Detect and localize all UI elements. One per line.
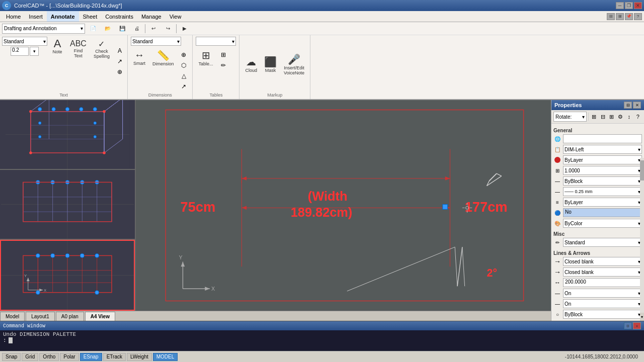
dim-style-combo[interactable]: Standard▾ <box>131 37 181 46</box>
prop-row-on1: — On▾ <box>553 289 642 298</box>
cloud-btn[interactable]: ☁ Cloud <box>243 54 260 74</box>
text-misc-btn2[interactable]: ↗ <box>114 56 125 66</box>
new-file-btn[interactable]: 📄 <box>87 23 100 35</box>
props-float-btn[interactable]: ⊟ <box>624 102 632 109</box>
no-value[interactable]: No <box>563 208 642 217</box>
menu-constraints[interactable]: Constraints <box>101 11 137 22</box>
polar-btn[interactable]: Polar <box>60 353 78 361</box>
text-height-combo[interactable]: ▾ <box>30 47 39 56</box>
floor-plan-panel[interactable]: X Y <box>0 240 135 311</box>
props-tb-btn4[interactable]: ⚙ <box>616 112 624 122</box>
props-tb-btn3[interactable]: ⊞ <box>607 112 615 122</box>
menu-view[interactable]: View <box>166 11 186 22</box>
svg-text:75cm: 75cm <box>181 199 216 215</box>
tab-layout1[interactable]: Layout1 <box>26 312 55 321</box>
ortho-btn[interactable]: Ortho <box>39 353 59 361</box>
3d-view-panel[interactable] <box>0 100 135 170</box>
check-spelling-btn[interactable]: ✓ Check Spelling <box>91 38 112 60</box>
note-btn[interactable]: A Note <box>49 37 65 56</box>
content-area: X Y <box>0 100 644 321</box>
props-tb-btn2[interactable]: ⊟ <box>599 112 607 122</box>
front-view-panel[interactable] <box>0 170 135 240</box>
table-style-combo[interactable]: ▾ <box>196 37 236 46</box>
svg-text:X: X <box>211 286 215 292</box>
run-btn[interactable]: ▶ <box>178 23 191 35</box>
minimize-button[interactable]: ─ <box>616 2 624 9</box>
find-text-btn[interactable]: ABC Find Text <box>67 38 89 60</box>
tab-a0plan[interactable]: A0 plan <box>56 312 84 321</box>
tab-model[interactable]: Model <box>0 312 25 321</box>
grid-btn[interactable]: Grid <box>22 353 38 361</box>
arrow2-dropdown[interactable]: Closed blank▾ <box>563 267 642 277</box>
on1-icon: — <box>553 289 561 297</box>
tab-bar: Model Layout1 A0 plan A4 View <box>0 311 551 321</box>
float-btn[interactable]: ⊟ <box>607 13 615 20</box>
menu-sheet[interactable]: Sheet <box>79 11 102 22</box>
esnap-btn[interactable]: ESnap <box>80 353 102 361</box>
pin-btn[interactable]: 📌 <box>625 13 633 20</box>
on1-dropdown[interactable]: On▾ <box>563 289 642 298</box>
lweight-btn[interactable]: LWeight <box>127 353 152 361</box>
model-btn[interactable]: MODEL <box>153 353 178 361</box>
bylayer-dropdown[interactable]: ByLayer▾ <box>563 198 642 207</box>
dim-misc-btn1[interactable]: ⊕ <box>178 50 189 60</box>
prop-row-layer: 🌐 <box>553 134 642 143</box>
props-tb-btn6[interactable]: ? <box>634 112 642 122</box>
props-close-btn[interactable]: ✕ <box>633 102 641 109</box>
dimension-btn[interactable]: 📏 Dimension <box>150 48 177 68</box>
linetype-dropdown[interactable]: ByBlock▾ <box>563 176 642 186</box>
dim-misc-btn2[interactable]: ⬡ <box>178 60 189 70</box>
byblock-dropdown[interactable]: ByBlock▾ <box>563 310 642 319</box>
text-misc-btn3[interactable]: ⊕ <box>114 67 125 77</box>
color-dropdown[interactable]: ByLayer▾ <box>563 155 642 164</box>
open-file-btn[interactable]: 📂 <box>101 23 114 35</box>
redo-btn[interactable]: ↪ <box>162 23 175 35</box>
close-button[interactable]: ✕ <box>634 2 642 9</box>
menu-manage[interactable]: Manage <box>137 11 166 22</box>
snap-btn[interactable]: Snap <box>2 353 21 361</box>
props-tb-btn5[interactable]: ↕ <box>625 112 633 122</box>
cmd-prompt[interactable]: : <box>3 337 641 343</box>
dim-misc-btn3[interactable]: △ <box>178 71 189 81</box>
undo-btn[interactable]: ↩ <box>147 23 160 35</box>
on2-dropdown[interactable]: On▾ <box>563 299 642 308</box>
smart-dim-btn[interactable]: ↔ Smart <box>131 48 148 67</box>
save-btn[interactable]: 💾 <box>116 23 129 35</box>
arrowsize-value[interactable]: 200.0000 <box>563 278 642 287</box>
restore-button[interactable]: ❐ <box>625 2 633 9</box>
misc-style-dropdown[interactable]: Standard▾ <box>563 238 642 247</box>
text-style-combo[interactable]: Standard▾ <box>2 37 47 46</box>
menu-annotate[interactable]: Annotate <box>47 11 79 22</box>
menu-home[interactable]: Home <box>2 11 25 22</box>
expand-btn[interactable]: ⊞ <box>616 13 624 20</box>
etrack-btn[interactable]: ETrack <box>103 353 126 361</box>
voicenote-btn[interactable]: 🎤 Insert/Edit VoiceNote <box>281 52 307 77</box>
mask-btn[interactable]: ⬛ Mask <box>262 54 279 74</box>
dimleft-dropdown[interactable]: DIM-Left▾ <box>563 145 642 154</box>
dim-misc-btn4[interactable]: ↗ <box>178 81 189 92</box>
layer-value[interactable] <box>563 134 642 143</box>
menu-insert[interactable]: Insert <box>25 11 47 22</box>
print-btn[interactable]: 🖨 <box>130 23 143 35</box>
table-misc-btn1[interactable]: ⊞ <box>218 50 229 60</box>
help-btn[interactable]: ? <box>634 13 642 20</box>
main-viewport[interactable]: 75cm (Width 189.82cm) 177cm <box>136 100 551 311</box>
bycolor-dropdown[interactable]: ByColor▾ <box>563 219 642 228</box>
title-text: CorelCAD™ - [...\SolarBuilding-2014x.dwg… <box>14 3 122 9</box>
rotate-combo[interactable]: Rotate:▾ <box>553 112 587 122</box>
svg-point-16 <box>52 108 55 111</box>
scale-dropdown[interactable]: 1.0000▾ <box>563 166 642 175</box>
props-tb-btn1[interactable]: ⊞ <box>590 112 598 122</box>
arrow1-dropdown[interactable]: Closed blank▾ <box>563 257 642 266</box>
workspace-combo[interactable]: Drafting and Annotation ▾ <box>2 24 85 34</box>
text-misc-btn1[interactable]: A <box>114 46 125 56</box>
table-btn[interactable]: ⊞ Table... <box>196 48 215 70</box>
table-misc-btn2[interactable]: ✏ <box>218 60 229 70</box>
cmd-line-1: Undo DIMENSION PALETTE <box>3 331 641 337</box>
svg-point-20 <box>38 122 41 124</box>
cmd-close-btn[interactable]: ✕ <box>633 322 641 329</box>
cmd-float-btn[interactable]: ⊟ <box>624 322 632 329</box>
text-height-input[interactable]: 0.2 <box>11 47 29 56</box>
lineweight-dropdown[interactable]: —— 0.25 mm▾ <box>563 187 642 196</box>
tab-a4view[interactable]: A4 View <box>85 312 115 321</box>
